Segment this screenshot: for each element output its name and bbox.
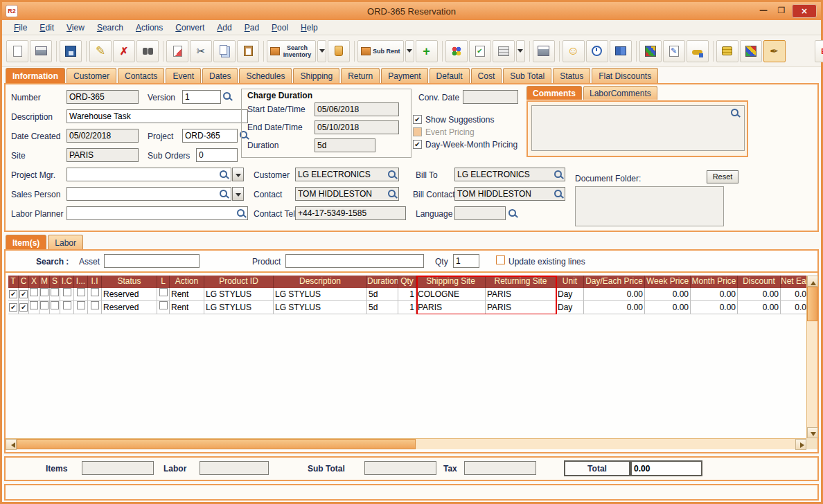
cell-duration[interactable]: 5d: [367, 288, 398, 300]
cell-month-price[interactable]: 0.00: [691, 288, 738, 300]
sales-person-dropdown[interactable]: [232, 187, 244, 201]
tab-schedules[interactable]: Schedules: [239, 68, 292, 83]
tab-dates[interactable]: Dates: [202, 68, 238, 83]
tab-default[interactable]: Default: [430, 68, 470, 83]
sub-rent-button[interactable]: Sub Rent: [357, 40, 404, 62]
column-header-month-price[interactable]: Month Price: [691, 276, 738, 288]
column-header-description[interactable]: Description: [274, 276, 367, 288]
duration-field[interactable]: [315, 138, 375, 152]
cell-qty[interactable]: 1: [398, 288, 416, 300]
tab-labor[interactable]: Labor: [48, 235, 83, 250]
cell-week-price[interactable]: 0.00: [645, 288, 691, 300]
end-date-field[interactable]: [315, 120, 399, 134]
tab-customer[interactable]: Customer: [67, 68, 116, 83]
project-field[interactable]: [182, 129, 238, 143]
contact-field[interactable]: [295, 187, 399, 201]
column-header-net-each[interactable]: Net Each: [781, 276, 806, 288]
date-created-field[interactable]: [67, 129, 139, 143]
stack-button[interactable]: [493, 40, 515, 62]
event-pricing-checkbox[interactable]: [413, 127, 422, 136]
items-total-field[interactable]: [82, 461, 154, 475]
notepad-button[interactable]: ✎: [663, 40, 685, 62]
cell-discount[interactable]: 0.00: [738, 301, 781, 314]
minimize-button[interactable]: —: [754, 5, 772, 17]
column-header-duration[interactable]: Duration: [367, 276, 398, 288]
menu-pool[interactable]: Pool: [265, 21, 294, 34]
dwm-pricing-checkbox[interactable]: ✔: [413, 140, 422, 149]
vertical-scrollbar[interactable]: [806, 276, 817, 438]
cell-product-id[interactable]: LG STYLUS: [204, 301, 274, 314]
menu-convert[interactable]: Convert: [169, 21, 211, 34]
horizontal-scrollbar[interactable]: [6, 438, 806, 449]
coins-button[interactable]: [716, 40, 738, 62]
row-checkbox-cell[interactable]: [88, 288, 102, 300]
column-header-action[interactable]: Action: [170, 276, 204, 288]
asset-search-input[interactable]: [104, 254, 200, 268]
reset-button[interactable]: Reset: [707, 170, 738, 183]
tab-cost[interactable]: Cost: [471, 68, 502, 83]
cell-discount[interactable]: 0.00: [738, 288, 781, 300]
cell-unit[interactable]: Day: [556, 288, 584, 300]
scroll-down-button[interactable]: [807, 427, 818, 438]
column-header-qty[interactable]: Qty: [398, 276, 416, 288]
wand-button[interactable]: ✒: [763, 40, 786, 62]
document-folder-box[interactable]: [575, 186, 724, 226]
row-checkbox-cell[interactable]: [157, 301, 170, 314]
smiley-button[interactable]: ☺: [563, 40, 585, 62]
table-row[interactable]: ✔ ✔ Reserved Rent LG STYLUS LG STYLUS 5d…: [8, 301, 806, 314]
labor-total-field[interactable]: [200, 461, 269, 475]
contact-search-icon[interactable]: [387, 189, 397, 199]
version-search-icon[interactable]: [222, 91, 232, 101]
row-checkbox-cell[interactable]: [60, 301, 74, 314]
cell-week-price[interactable]: 0.00: [645, 301, 691, 314]
cell-unit[interactable]: Day: [556, 301, 584, 314]
sub-rent-dropdown[interactable]: [405, 40, 414, 62]
scroll-left-button[interactable]: [6, 439, 17, 450]
search-inventory-dropdown[interactable]: [317, 40, 326, 62]
column-header-day-each-price[interactable]: Day/Each Price: [584, 276, 645, 288]
cell-day-each-price[interactable]: 0.00: [584, 301, 645, 314]
scroll-up-button[interactable]: [807, 276, 818, 287]
column-header-shipping-site[interactable]: Shipping Site: [416, 276, 486, 288]
tab-shipping[interactable]: Shipping: [293, 68, 339, 83]
menu-search[interactable]: Search: [91, 21, 130, 34]
print-report-button[interactable]: [533, 40, 555, 62]
add-line-button[interactable]: +: [416, 40, 438, 62]
tax-field[interactable]: [464, 461, 536, 475]
row-checkbox-cell[interactable]: [74, 288, 88, 300]
column-header-returning-site[interactable]: Returning Site: [486, 276, 556, 288]
cell-description[interactable]: LG STYLUS: [274, 301, 367, 314]
column-header-product-id[interactable]: Product ID: [204, 276, 274, 288]
column-header-unit[interactable]: Unit: [556, 276, 584, 288]
close-button[interactable]: ×: [792, 4, 817, 18]
cell-returning-site[interactable]: PARIS: [486, 288, 556, 300]
cell-shipping-site[interactable]: PARIS: [416, 301, 486, 314]
tab-information[interactable]: Information: [6, 68, 65, 83]
save-button[interactable]: [60, 40, 82, 62]
horizontal-scrollbar-thumb[interactable]: [17, 439, 416, 449]
blocks-button[interactable]: [740, 40, 762, 62]
table-row[interactable]: ✔ ✔ Reserved Rent LG STYLUS LG STYLUS 5d…: [8, 288, 806, 301]
bill-to-field[interactable]: [454, 168, 565, 181]
comments-textarea[interactable]: [531, 105, 745, 151]
column-header[interactable]: C: [19, 276, 29, 288]
copy-button[interactable]: [213, 40, 236, 62]
cell-month-price[interactable]: 0.00: [691, 301, 738, 314]
row-checkbox-cell[interactable]: [88, 301, 102, 314]
number-field[interactable]: [67, 90, 139, 104]
edit-button[interactable]: ✎: [89, 40, 112, 62]
row-checkbox-cell[interactable]: ✔: [19, 288, 29, 300]
tab-payment[interactable]: Payment: [381, 68, 427, 83]
cell-description[interactable]: LG STYLUS: [274, 288, 367, 300]
show-suggestions-checkbox[interactable]: ✔: [413, 115, 422, 124]
row-checkbox-cell[interactable]: ✔: [19, 301, 29, 314]
contact-tel-field[interactable]: [295, 206, 406, 220]
note-check-button[interactable]: ✔: [469, 40, 491, 62]
row-checkbox-cell[interactable]: [50, 301, 60, 314]
menu-view[interactable]: View: [60, 21, 91, 34]
bill-contact-search-icon[interactable]: [554, 189, 563, 199]
project-mgr-dropdown[interactable]: [232, 168, 244, 181]
sub-total-field[interactable]: [364, 461, 436, 475]
column-header[interactable]: X: [29, 276, 39, 288]
tab-return[interactable]: Return: [341, 68, 380, 83]
